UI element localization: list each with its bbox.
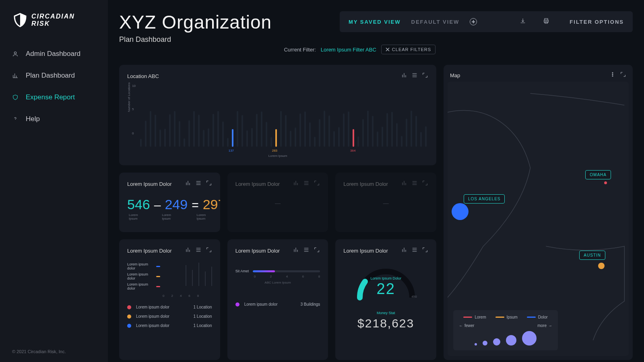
expand-icon[interactable] (422, 180, 428, 188)
svg-rect-3 (545, 22, 548, 23)
filter-options-button[interactable]: FILTER OPTIONS (570, 19, 624, 25)
chart-bar-icon (12, 72, 19, 79)
org-title: XYZ Organization (119, 11, 272, 33)
list-item: Lorem ipsum dolor1 Location (127, 305, 212, 309)
nav: Admin Dashboard Plan Dashboard Expense R… (0, 44, 108, 129)
map-legend: Lorem Ipsum Dolor ← fewer more → (453, 310, 558, 350)
main: XYZ Organization Plan Dashboard MY SAVED… (108, 0, 644, 362)
svg-point-6 (612, 76, 613, 76)
svg-point-0 (14, 52, 16, 54)
map-dot-austin[interactable] (598, 263, 605, 269)
nav-plan-dashboard[interactable]: Plan Dashboard (0, 66, 108, 85)
current-filter-label: Current Filter: (284, 47, 316, 53)
map-dot-omaha[interactable] (604, 181, 607, 184)
list-item: Lorem ipsum dolor 3 Buildings (235, 302, 320, 306)
expand-icon[interactable] (206, 180, 212, 188)
chart-view-icon[interactable] (401, 72, 407, 80)
sidebar: CIRCADIAN RISK Admin Dashboard Plan Dash… (0, 0, 108, 362)
expand-icon[interactable] (206, 247, 212, 255)
topbar: XYZ Organization Plan Dashboard MY SAVED… (119, 11, 633, 44)
page-subtitle: Plan Dashboard (119, 35, 272, 44)
minibars-card: Lorem Ipsum Dolor Lorem ipsum dolor Lore… (119, 239, 220, 360)
chart-view-icon[interactable] (401, 180, 407, 188)
shield-icon (12, 12, 28, 28)
expand-icon[interactable] (620, 71, 626, 79)
map-area[interactable]: OMAHA LOS ANGELES AUSTIN Lorem Ipsum Dol… (448, 82, 629, 356)
expand-icon[interactable] (314, 247, 320, 255)
chart-view-icon[interactable] (185, 247, 191, 255)
list-view-icon[interactable] (411, 247, 418, 255)
location-tag-omaha[interactable]: OMAHA (585, 170, 611, 179)
empty-card-1: Lorem Ipsum Dolor — (227, 173, 328, 232)
list-view-icon[interactable] (303, 247, 310, 255)
svg-point-5 (612, 74, 613, 75)
progress-card: Lorem Ipsum Dolor Sit Amet 02468 ABC Lor… (227, 239, 328, 360)
content-grid: Location ABC Number of Locations 10 5 0 … (119, 65, 633, 360)
list-item: Lorem ipsum dolor1 Location (127, 314, 212, 319)
card-title: Location ABC (127, 73, 159, 79)
location-tag-austin[interactable]: AUSTIN (579, 251, 605, 260)
list-view-icon[interactable] (411, 72, 418, 80)
location-tag-la[interactable]: LOS ANGELES (464, 194, 505, 204)
expand-icon[interactable] (422, 247, 428, 255)
nav-help[interactable]: Help (0, 109, 108, 129)
shield-outline-icon (12, 94, 19, 101)
expand-icon[interactable] (422, 72, 428, 80)
view-bar: MY SAVED VIEW DEFAULT VIEW FILTER OPTION… (340, 11, 633, 32)
more-icon[interactable] (609, 71, 616, 79)
svg-rect-1 (545, 19, 548, 20)
add-view-button[interactable] (470, 18, 477, 25)
list-view-icon[interactable] (303, 180, 310, 188)
copyright: © 2021 Circadian Risk, Inc. (0, 349, 108, 362)
list-view-icon[interactable] (195, 180, 202, 188)
empty-card-2: Lorem Ipsum Dolor — (335, 173, 436, 232)
close-icon (386, 47, 390, 51)
logo-text: CIRCADIAN RISK (31, 13, 96, 27)
gauge: Lorem Ipsum Dolor 22 450 (352, 259, 420, 300)
list-item: Lorem ipsum dolor1 Location (127, 323, 212, 328)
nav-expense-report[interactable]: Expense Report (0, 88, 108, 107)
tab-default-view[interactable]: DEFAULT VIEW (411, 19, 460, 25)
gauge-card: Lorem Ipsum Dolor Lorem Ipsum Dolor 22 4… (335, 239, 436, 360)
expand-icon[interactable] (314, 180, 320, 188)
clear-filters-button[interactable]: CLEAR FILTERS (381, 45, 436, 54)
list-view-icon[interactable] (411, 180, 418, 188)
chart-view-icon[interactable] (293, 247, 299, 255)
map-card: Map OMAHA LOS ANGELES AUSTIN (444, 65, 633, 360)
logo: CIRCADIAN RISK (0, 12, 108, 44)
user-icon (12, 51, 19, 57)
nav-admin-dashboard[interactable]: Admin Dashboard (0, 44, 108, 64)
location-bar-chart: Number of Locations 10 5 0 137 283 364 (138, 84, 428, 152)
chart-view-icon[interactable] (293, 180, 299, 188)
current-filter-name[interactable]: Lorem Ipsum Filter ABC (321, 47, 376, 53)
card-title: Map (450, 72, 460, 78)
filter-row: Current Filter: Lorem Ipsum Filter ABC C… (119, 45, 633, 54)
question-icon (12, 116, 19, 122)
chart-view-icon[interactable] (401, 247, 407, 255)
list-view-icon[interactable] (195, 247, 202, 255)
tab-my-saved-view[interactable]: MY SAVED VIEW (349, 19, 401, 25)
chart-view-icon[interactable] (185, 180, 191, 188)
location-chart-card: Location ABC Number of Locations 10 5 0 … (119, 65, 436, 165)
download-icon[interactable] (520, 18, 526, 26)
print-icon[interactable] (543, 18, 549, 26)
map-dot-la[interactable] (452, 203, 469, 220)
math-card: Lorem Ipsum Dolor 546 – 249 = 297 Lorem … (119, 173, 220, 232)
svg-point-4 (612, 72, 613, 73)
